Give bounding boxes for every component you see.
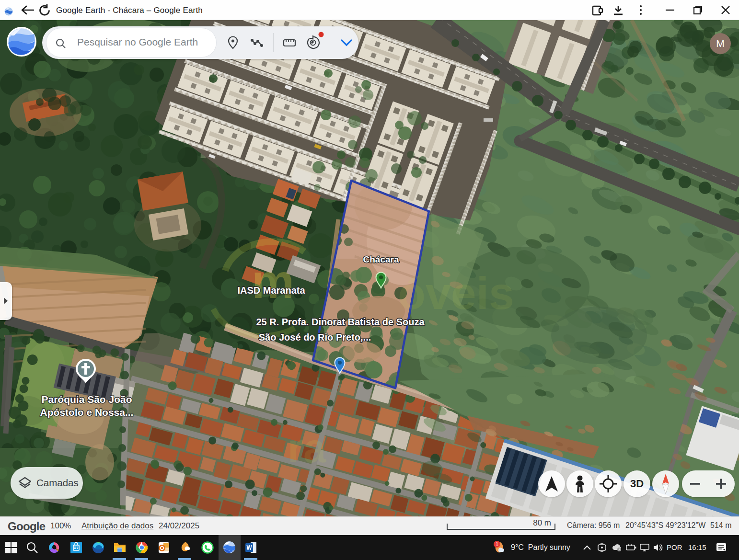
svg-text:São José do Rio Preto,...: São José do Rio Preto,...: [259, 332, 371, 343]
svg-text:IASD Maranata: IASD Maranata: [237, 285, 305, 296]
svg-text:Paróquia São João: Paróquia São João: [41, 394, 132, 405]
svg-text:1: 1: [496, 542, 498, 547]
svg-text:óveis: óveis: [398, 268, 514, 319]
svg-text:80 m: 80 m: [533, 518, 551, 527]
svg-text:Chácara: Chácara: [363, 254, 399, 264]
svg-text:Apóstolo e Nossa...: Apóstolo e Nossa...: [40, 407, 134, 418]
svg-text:25 R. Profa. Dinorat Batista d: 25 R. Profa. Dinorat Batista de Souza: [256, 317, 425, 327]
svg-text:ra: ra: [288, 425, 326, 471]
svg-text:m: m: [252, 254, 294, 308]
